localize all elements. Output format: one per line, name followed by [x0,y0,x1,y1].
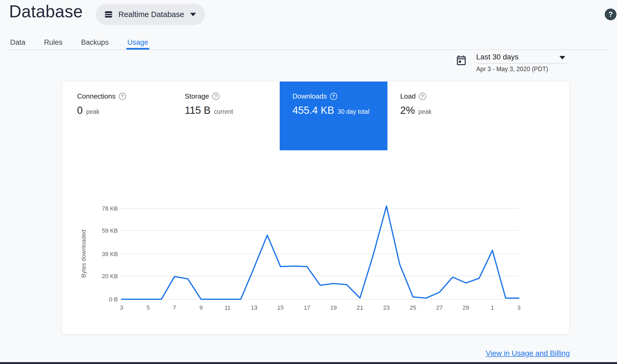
downloads-line-chart: 0 B20 KB39 KB59 KB78 KB35791113151719212… [62,196,570,324]
metric-tiles: Connections ? 0 peak Storage ? 115 B cur… [64,82,495,150]
metric-value: 455.4 KB [293,105,334,116]
svg-text:29: 29 [463,304,469,311]
svg-text:0 B: 0 B [109,296,118,303]
metric-qualifier: peak [418,108,432,115]
help-glyph: ? [421,94,424,99]
tab-bar: Data Rules Backups Usage [9,35,149,50]
svg-text:39 KB: 39 KB [102,251,118,257]
metric-value: 0 [77,105,83,116]
svg-text:25: 25 [410,304,416,311]
page-title: Database [9,2,83,21]
tab-data[interactable]: Data [9,35,26,50]
svg-text:15: 15 [277,304,284,311]
svg-text:9: 9 [199,304,203,311]
database-instance-selector[interactable]: Realtime Database [96,4,205,25]
metric-label-text: Downloads [293,92,327,100]
help-icon[interactable]: ? [212,93,219,100]
svg-text:23: 23 [383,304,390,311]
svg-text:11: 11 [225,304,231,311]
metric-label: Downloads ? [293,92,387,100]
svg-text:19: 19 [330,304,336,311]
tab-usage[interactable]: Usage [126,35,149,50]
tabs-divider [9,50,611,50]
metric-tile-connections[interactable]: Connections ? 0 peak [64,82,172,150]
metric-label-text: Connections [77,92,116,100]
svg-text:Bytes downloaded: Bytes downloaded [80,230,87,278]
metric-label-text: Storage [185,92,209,100]
date-range-chevron-icon[interactable] [559,56,565,59]
svg-text:13: 13 [251,304,257,311]
help-icon[interactable]: ? [419,93,426,100]
database-instance-label: Realtime Database [118,10,184,19]
metric-qualifier: current [214,108,233,115]
svg-text:7: 7 [173,304,176,311]
date-range-divider [476,63,568,64]
svg-text:59 KB: 59 KB [102,227,118,234]
svg-text:1: 1 [491,304,494,311]
metric-value-row: 2% peak [400,105,495,116]
metric-qualifier: 30 day total [338,108,369,115]
metric-qualifier: peak [86,108,99,115]
svg-text:17: 17 [304,304,310,311]
help-glyph: ? [332,94,335,99]
help-glyph: ? [215,94,217,99]
metric-label: Storage ? [185,92,280,100]
svg-text:78 KB: 78 KB [102,205,118,212]
metric-label: Connections ? [77,92,172,100]
help-icon[interactable]: ? [119,93,126,100]
calendar-icon [455,55,467,67]
metric-tile-load[interactable]: Load ? 2% peak [387,82,495,150]
metric-value-row: 0 peak [77,105,172,116]
tab-rules[interactable]: Rules [43,35,63,50]
view-usage-billing-link[interactable]: View in Usage and Billing [486,349,570,358]
metric-value: 2% [400,105,415,116]
chevron-down-icon [190,13,196,16]
svg-text:3: 3 [517,304,520,311]
metric-label: Load ? [400,92,495,100]
svg-text:5: 5 [146,304,150,311]
metric-tile-storage[interactable]: Storage ? 115 B current [172,82,280,150]
database-usage-page: Database Realtime Database ? Data Rules … [0,0,617,364]
metric-value-row: 115 B current [185,105,280,116]
bottom-edge-bar [0,362,617,364]
tab-backups[interactable]: Backups [80,35,110,50]
realtime-database-icon [103,9,114,19]
metric-value-row: 455.4 KB 30 day total [293,105,387,116]
svg-text:21: 21 [357,304,363,311]
metric-value: 115 B [185,105,210,116]
help-button[interactable]: ? [605,9,616,20]
svg-text:3: 3 [120,304,123,311]
date-range-preset[interactable]: Last 30 days [476,53,519,61]
usage-card: Connections ? 0 peak Storage ? 115 B cur… [62,81,570,334]
help-icon[interactable]: ? [330,93,337,100]
help-glyph: ? [121,94,124,99]
help-icon: ? [608,10,613,19]
date-range-detail: Apr 3 - May 3, 2020 (PDT) [476,66,548,73]
metric-label-text: Load [400,92,416,100]
svg-text:20 KB: 20 KB [102,273,118,280]
metric-tile-downloads[interactable]: Downloads ? 455.4 KB 30 day total [280,82,387,150]
svg-text:27: 27 [436,304,443,311]
